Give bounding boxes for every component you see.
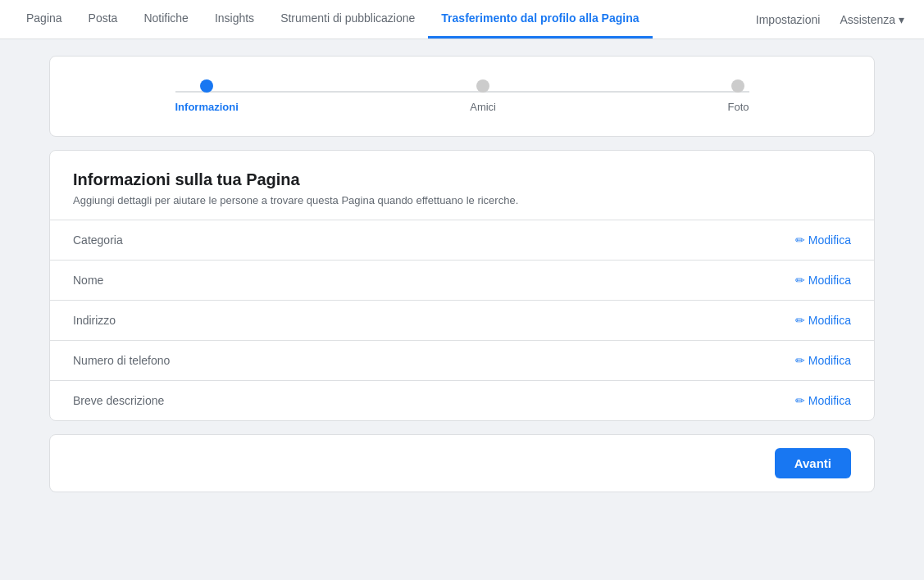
info-row-2: Indirizzo✏ Modifica — [50, 301, 874, 341]
info-card-subtitle: Aggiungi dettagli per aiutare le persone… — [73, 194, 851, 206]
info-row-0: Categoria✏ Modifica — [50, 220, 874, 261]
bottom-bar: Avanti — [49, 434, 875, 492]
stepper: InformazioniAmiciFoto — [175, 79, 749, 113]
nav-right-impostazioni[interactable]: Impostazioni — [749, 10, 827, 29]
info-row-label-1: Nome — [73, 274, 103, 287]
avanti-button[interactable]: Avanti — [775, 448, 851, 478]
info-row-label-2: Indirizzo — [73, 314, 116, 327]
stepper-card: InformazioniAmiciFoto — [49, 56, 875, 137]
step-1: Amici — [470, 79, 496, 113]
nav-item-pagina[interactable]: Pagina — [13, 0, 75, 39]
top-nav: PaginaPostaNotificheInsightsStrumenti di… — [0, 0, 924, 39]
info-row-label-0: Categoria — [73, 233, 123, 247]
nav-right: ImpostazioniAssistenza ▾ — [749, 10, 911, 29]
info-row-edit-0[interactable]: ✏ Modifica — [795, 233, 851, 247]
info-row-edit-4[interactable]: ✏ Modifica — [795, 394, 851, 407]
nav-item-trasferimento-dal-profilo-alla-pagina[interactable]: Trasferimento dal profilo alla Pagina — [428, 0, 652, 39]
step-label-0: Informazioni — [175, 101, 239, 113]
info-row-edit-2[interactable]: ✏ Modifica — [795, 314, 851, 327]
info-row-edit-1[interactable]: ✏ Modifica — [795, 274, 851, 287]
step-label-1: Amici — [470, 101, 496, 113]
main-content: InformazioniAmiciFoto Informazioni sulla… — [0, 39, 924, 509]
nav-item-posta[interactable]: Posta — [75, 0, 131, 39]
nav-item-insights[interactable]: Insights — [202, 0, 267, 39]
nav-item-notifiche[interactable]: Notifiche — [130, 0, 201, 39]
info-row-label-3: Numero di telefono — [73, 354, 170, 367]
info-row-4: Breve descrizione✏ Modifica — [50, 381, 874, 420]
nav-right-assistenza-▾[interactable]: Assistenza ▾ — [833, 10, 911, 29]
info-row-label-4: Breve descrizione — [73, 394, 164, 407]
step-dot-0 — [200, 79, 213, 93]
stepper-steps: InformazioniAmiciFoto — [175, 79, 749, 113]
nav-item-strumenti-di-pubblicazione[interactable]: Strumenti di pubblicazione — [267, 0, 428, 39]
nav-items: PaginaPostaNotificheInsightsStrumenti di… — [13, 0, 749, 39]
step-dot-1 — [476, 79, 489, 93]
step-2: Foto — [727, 79, 749, 113]
step-label-2: Foto — [727, 101, 749, 113]
info-card: Informazioni sulla tua Pagina Aggiungi d… — [49, 150, 875, 421]
info-table: Categoria✏ ModificaNome✏ ModificaIndiriz… — [50, 220, 874, 420]
step-0: Informazioni — [175, 79, 239, 113]
info-card-title: Informazioni sulla tua Pagina — [73, 170, 851, 189]
info-card-header: Informazioni sulla tua Pagina Aggiungi d… — [50, 151, 874, 220]
info-row-edit-3[interactable]: ✏ Modifica — [795, 354, 851, 367]
info-row-1: Nome✏ Modifica — [50, 261, 874, 301]
info-row-3: Numero di telefono✏ Modifica — [50, 341, 874, 381]
step-dot-2 — [731, 79, 744, 93]
